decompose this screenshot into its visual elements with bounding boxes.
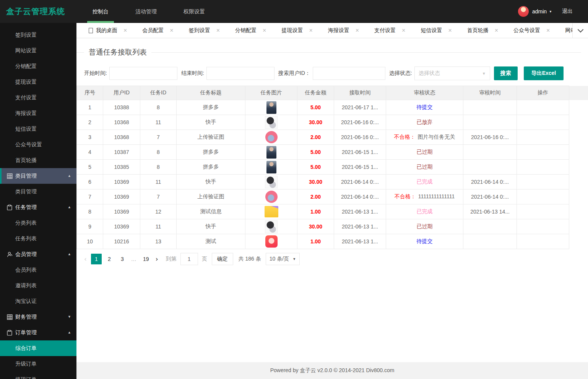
next-page-icon[interactable]: › — [153, 255, 161, 263]
sidebar-item-withdraw-settings[interactable]: 提现设置 — [0, 74, 76, 90]
status-text[interactable]: 待提交 — [417, 104, 433, 110]
status-text: 已过期 — [417, 223, 433, 229]
task-image[interactable] — [266, 101, 276, 114]
nav-item-permission-settings[interactable]: 权限设置 — [177, 0, 211, 23]
task-image[interactable] — [265, 206, 278, 217]
tab-label: 海报设置 — [328, 27, 349, 34]
confirm-button[interactable]: 确定 — [212, 253, 233, 265]
goto-page-input[interactable] — [180, 253, 198, 265]
user-id: 10388 — [103, 100, 140, 115]
sidebar-item-distribution-config[interactable]: 分销配置 — [0, 58, 76, 74]
sidebar-item-signin-settings[interactable]: 签到设置 — [0, 27, 76, 43]
tab-close-icon[interactable]: × — [123, 28, 127, 34]
tab-my-desktop[interactable]: 我的桌面× — [81, 23, 135, 38]
review-time — [463, 160, 517, 175]
sidebar-item-combined-orders[interactable]: 综合订单 — [0, 340, 76, 356]
task-image[interactable] — [266, 161, 276, 173]
sidebar-item-home-carousel[interactable]: 首页轮播 — [0, 152, 76, 168]
sidebar-item-category-management[interactable]: 类目管理▲ — [0, 168, 76, 184]
tab-close-icon[interactable]: × — [216, 28, 220, 34]
row-filler — [569, 175, 588, 190]
sidebar-item-task-list[interactable]: 任务列表 — [0, 231, 76, 246]
prev-page-icon[interactable]: ‹ — [81, 255, 90, 263]
task-image-cell — [245, 160, 297, 175]
page-number[interactable]: 3 — [117, 254, 128, 264]
title-divider — [151, 52, 581, 53]
tab-home-carousel[interactable]: 首页轮播× — [460, 23, 506, 38]
sidebar-item-poster-settings[interactable]: 海报设置 — [0, 105, 76, 121]
accept-time: 2021-06-13 1... — [334, 234, 386, 249]
main-content: 普通任务接取列表 开始时间: 结束时间: 搜索用户ID： 选择状态: 选择状态 … — [76, 38, 588, 362]
sidebar-item-taobao-auth[interactable]: 淘宝认证 — [0, 293, 76, 309]
task-image[interactable] — [265, 131, 278, 143]
sidebar-item-task-management[interactable]: 任务管理▲ — [0, 199, 76, 215]
grid-icon — [7, 314, 13, 320]
page-number[interactable]: 19 — [141, 254, 151, 264]
sidebar-item-label: 签到设置 — [15, 32, 37, 38]
sidebar-item-member-list[interactable]: 会员列表 — [0, 262, 76, 278]
export-excel-button[interactable]: 导出Excel — [524, 66, 564, 80]
sidebar-item-invite-list[interactable]: 邀请列表 — [0, 278, 76, 293]
sidebar-item-upgrade-orders[interactable]: 升级订单 — [0, 356, 76, 372]
tab-close-icon[interactable]: × — [309, 28, 312, 34]
tab-withdraw-settings[interactable]: 提现设置× — [274, 23, 320, 38]
nav-item-console[interactable]: 控制台 — [86, 0, 115, 23]
user-avatar[interactable] — [518, 6, 529, 17]
sidebar-item-label: 提现订单 — [15, 376, 37, 379]
sidebar-item-category-management-sub[interactable]: 类目管理 — [0, 184, 76, 199]
tab-close-icon[interactable]: × — [356, 28, 359, 34]
action-cell — [517, 115, 569, 130]
table-row: 7103697上传验证图2.002021-06-14 0:...不合格：1111… — [77, 190, 588, 204]
task-id: 7 — [140, 130, 177, 145]
per-page-select[interactable]: 10 条/页 ▼ — [266, 253, 300, 265]
tab-wechat-settings[interactable]: 公众号设置× — [506, 23, 557, 38]
chevron-down-icon[interactable]: ▼ — [549, 10, 552, 13]
tab-poster-settings[interactable]: 海报设置× — [320, 23, 367, 38]
app-logo: 盒子云管理系统 — [0, 6, 76, 17]
start-time-input[interactable] — [109, 67, 177, 80]
tab-close-icon[interactable]: × — [263, 28, 266, 34]
sidebar-item-finance-management[interactable]: 财务管理▼ — [0, 309, 76, 325]
task-image[interactable] — [265, 235, 278, 248]
sidebar-item-site-settings[interactable]: 网站设置 — [0, 43, 76, 58]
nav-item-activity-management[interactable]: 活动管理 — [129, 0, 163, 23]
sidebar-item-sms-settings[interactable]: 短信设置 — [0, 121, 76, 137]
page-numbers: 123…19 — [90, 254, 153, 264]
task-image[interactable] — [265, 191, 278, 203]
tab-close-icon[interactable]: × — [495, 28, 498, 34]
tab-signin-settings[interactable]: 签到设置× — [181, 23, 227, 38]
tab-site-settings[interactable]: 网站设置× — [557, 23, 573, 38]
amount-value: 5.00 — [310, 104, 321, 110]
tab-sms-settings[interactable]: 短信设置× — [413, 23, 459, 38]
task-image[interactable] — [266, 146, 276, 159]
page-number[interactable]: 1 — [91, 254, 102, 264]
tab-close-icon[interactable]: × — [546, 28, 550, 34]
row-filler — [569, 130, 588, 145]
tab-payment-settings[interactable]: 支付设置× — [367, 23, 413, 38]
tab-close-icon[interactable]: × — [402, 28, 405, 34]
sidebar-item-member-management[interactable]: 会员管理▲ — [0, 246, 76, 262]
sidebar-item-wechat-settings[interactable]: 公众号设置 — [0, 137, 76, 152]
logout-button[interactable]: 退出 — [562, 8, 573, 15]
action-cell — [517, 130, 569, 145]
tab-overflow-button[interactable] — [572, 23, 588, 38]
search-user-id-input[interactable] — [313, 67, 385, 80]
sidebar-item-order-management[interactable]: 订单管理▲ — [0, 325, 76, 340]
sidebar-item-category-list[interactable]: 分类列表 — [0, 215, 76, 231]
page-number[interactable]: 2 — [104, 254, 115, 264]
accept-time: 2021-06-13 1... — [334, 204, 386, 219]
tab-close-icon[interactable]: × — [448, 28, 452, 34]
tab-close-icon[interactable]: × — [170, 28, 173, 34]
tab-distribution-config[interactable]: 分销配置× — [227, 23, 274, 38]
status-text[interactable]: 待提交 — [417, 238, 433, 244]
status-select[interactable]: 选择状态 ▼ — [414, 66, 490, 80]
task-image[interactable] — [265, 116, 278, 129]
sidebar-item-withdraw-orders[interactable]: 提现订单 — [0, 372, 76, 379]
tab-member-config[interactable]: 会员配置× — [135, 23, 181, 38]
task-image[interactable] — [265, 176, 278, 188]
task-image[interactable] — [265, 220, 278, 233]
end-time-input[interactable] — [206, 67, 275, 80]
user-name[interactable]: admin — [532, 8, 547, 15]
search-button[interactable]: 搜索 — [494, 66, 518, 80]
sidebar-item-payment-settings[interactable]: 支付设置 — [0, 90, 76, 105]
